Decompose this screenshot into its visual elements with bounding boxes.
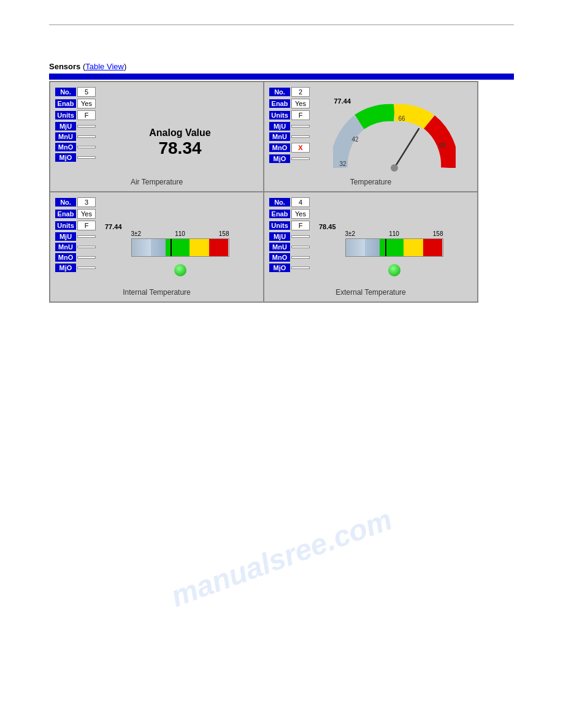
top-divider [49, 25, 514, 25]
analog-label-text: Analog Value [149, 127, 210, 138]
mno-label-1: MnO [55, 143, 76, 151]
sensor-2-mnu-row: MnU [269, 132, 310, 141]
mju-value-2 [291, 125, 310, 127]
green-dot-4 [388, 264, 400, 276]
units-value-2: F [291, 110, 310, 120]
sensor-2-mju-row: MjU [269, 122, 310, 131]
svg-text:32: 32 [339, 161, 347, 167]
mju-label-1: MjU [55, 122, 76, 131]
sensor-4-mnu-row: MnU [269, 243, 310, 251]
mnu-label-4: MnU [269, 243, 290, 251]
sensor-2-labels: No. 2 Enab Yes Units F MjU MnU [269, 87, 310, 163]
no-value-1: 5 [77, 87, 96, 97]
mjo-value-4 [291, 267, 310, 269]
mjo-value-3 [77, 267, 96, 269]
mno-value-1 [77, 146, 96, 148]
mju-value-3 [77, 235, 96, 238]
units-label-1: Units [55, 111, 76, 119]
bar-seg-green-4 [380, 239, 404, 256]
sensor-cell-2: No. 2 Enab Yes Units F MjU MnU [264, 82, 478, 192]
mjo-label-4: MjO [269, 264, 290, 272]
enab-value-1: Yes [77, 99, 96, 108]
sensor-2-enab-row: Enab Yes [269, 99, 310, 108]
table-view-link[interactable]: Table View [85, 62, 124, 71]
sensors-grid: No. 5 Enab Yes Units F MjU MnU [49, 81, 478, 303]
svg-text:66: 66 [398, 115, 405, 122]
enab-value-4: Yes [291, 209, 310, 219]
sensor-4-mju-row: MjU [269, 232, 310, 241]
sensor-3-no-row: No. 3 [55, 197, 96, 207]
mju-value-1 [77, 125, 96, 127]
enab-value-3: Yes [77, 209, 96, 219]
sensors-header: Sensors (Table View) [49, 62, 514, 71]
mnu-value-1 [77, 135, 96, 138]
units-value-3: F [77, 221, 96, 230]
mno-label-3: MnO [55, 253, 76, 262]
mjo-label-1: MjO [55, 153, 76, 162]
sensor-1-mno-row: MnO [55, 143, 96, 151]
sensor-cell-3: No. 3 Enab Yes Units F MjU MnU [50, 192, 264, 302]
page-content: Sensors (Table View) No. 5 Enab Yes Unit… [49, 62, 514, 303]
sensor-4-labels: No. 4 Enab Yes Units F MjU MnU [269, 197, 310, 272]
bar-track-4 [345, 238, 443, 257]
no-label-3: No. [55, 198, 76, 207]
analog-number: 78.34 [149, 138, 210, 158]
mjo-value-2 [291, 157, 310, 160]
sensor-4-units-row: Units F [269, 221, 310, 230]
bar-label-min-3: 3±2 [131, 230, 142, 237]
svg-point-7 [391, 164, 398, 172]
bar-gauge-4: 78.45 3±2 110 158 [316, 218, 472, 276]
bar-seg-green-3 [166, 239, 190, 256]
mju-value-4 [291, 235, 310, 238]
sensor-3-mjo-row: MjO [55, 264, 96, 272]
enab-label-1: Enab [55, 99, 76, 108]
bar-seg-yellow-4 [404, 239, 423, 256]
sensor-2-main: 77.44 [316, 87, 472, 186]
no-label-1: No. [55, 88, 76, 96]
mju-label-3: MjU [55, 232, 76, 241]
sensor-4-name: External Temperature [335, 288, 406, 297]
green-dot-3 [174, 264, 186, 276]
units-value-4: F [291, 221, 310, 230]
bar-track-3 [131, 238, 229, 257]
mjo-label-2: MjO [269, 154, 290, 163]
no-value-3: 3 [77, 197, 96, 207]
mno-value-3 [77, 256, 96, 259]
sensor-4-main: 78.45 3±2 110 158 [316, 197, 472, 297]
enab-label-3: Enab [55, 210, 76, 218]
sensor-4-mjo-row: MjO [269, 264, 310, 272]
enab-label-4: Enab [269, 210, 290, 218]
bar-value-3: 77.44 [105, 223, 122, 230]
gauge-value-label: 77.44 [334, 97, 351, 105]
bar-labels-4: 3±2 110 158 [345, 230, 443, 237]
mno-value-4 [291, 256, 310, 259]
enab-value-2: Yes [291, 99, 310, 108]
mno-value-2: X [291, 143, 310, 153]
mju-label-4: MjU [269, 232, 290, 241]
sensor-3-name: Internal Temperature [123, 288, 191, 297]
sensor-1-enab-row: Enab Yes [55, 99, 96, 108]
bar-seg-blue-3 [151, 239, 166, 256]
mno-label-4: MnO [269, 253, 290, 262]
bar-seg-gray-3 [132, 239, 151, 256]
bar-label-max-3: 158 [219, 230, 229, 237]
sensor-3-mno-row: MnO [55, 253, 96, 262]
bar-seg-gray-4 [346, 239, 366, 256]
sensor-3-enab-row: Enab Yes [55, 209, 96, 219]
bar-gauge-3: 77.44 3±2 110 158 [102, 218, 258, 276]
sensor-3-labels: No. 3 Enab Yes Units F MjU MnU [55, 197, 96, 272]
sensor-1-main: Analog Value 78.34 [102, 87, 258, 186]
sensor-1-units-row: Units F [55, 110, 96, 120]
units-value-1: F [77, 110, 96, 120]
bar-label-min-4: 3±2 [345, 230, 356, 237]
units-label-2: Units [269, 111, 290, 119]
sensor-3-mju-row: MjU [55, 232, 96, 241]
bar-seg-yellow-3 [190, 239, 209, 256]
bar-seg-red-3 [209, 239, 229, 256]
svg-text:99: 99 [439, 142, 446, 149]
sensor-1-mju-row: MjU [55, 122, 96, 131]
no-value-4: 4 [291, 197, 310, 207]
sensor-2-mno-row: MnO X [269, 143, 310, 153]
sensor-2-mjo-row: MjO [269, 154, 310, 163]
bar-labels-3: 3±2 110 158 [131, 230, 229, 237]
